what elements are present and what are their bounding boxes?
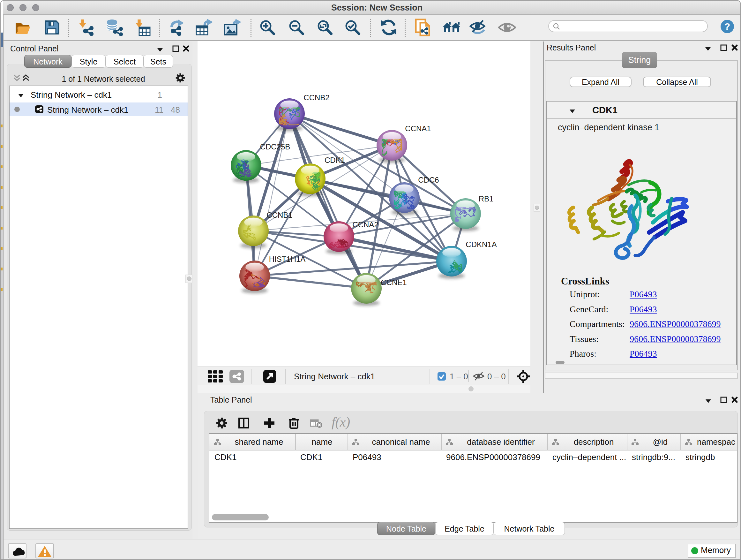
svg-text:CCNE1: CCNE1	[381, 278, 407, 287]
svg-text:CDC25B: CDC25B	[260, 142, 290, 151]
svg-text:CDK1: CDK1	[325, 156, 345, 165]
svg-text:CDC6: CDC6	[418, 176, 439, 184]
svg-text:CCNA2: CCNA2	[352, 220, 378, 229]
svg-text:CDKN1A: CDKN1A	[466, 240, 496, 249]
svg-text:CCNB2: CCNB2	[304, 93, 329, 102]
svg-text:CCNB1: CCNB1	[266, 211, 292, 219]
svg-text:RB1: RB1	[479, 194, 494, 203]
svg-text:HIST1H1A: HIST1H1A	[269, 255, 306, 263]
svg-text:CCNA1: CCNA1	[405, 124, 431, 133]
